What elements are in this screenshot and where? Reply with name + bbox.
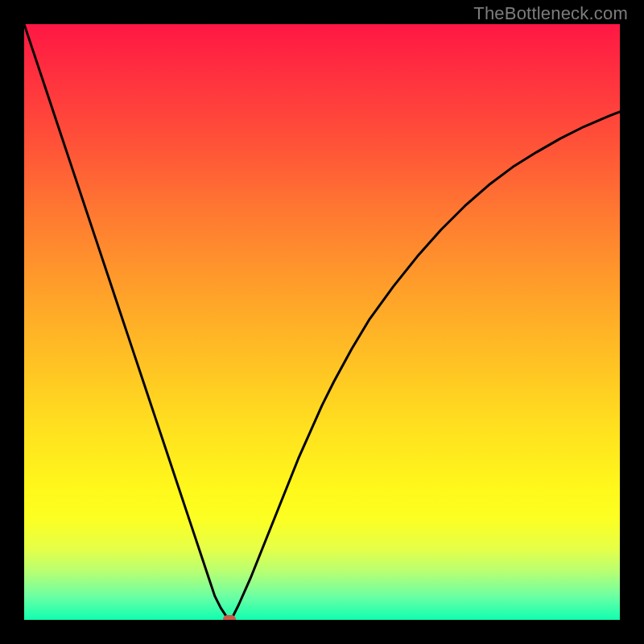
bottleneck-curve [24,24,620,620]
plot-area [24,24,620,620]
bottleneck-minimum-marker [223,615,236,620]
watermark-text: TheBottleneck.com [473,3,628,24]
chart-container: TheBottleneck.com [0,0,644,644]
